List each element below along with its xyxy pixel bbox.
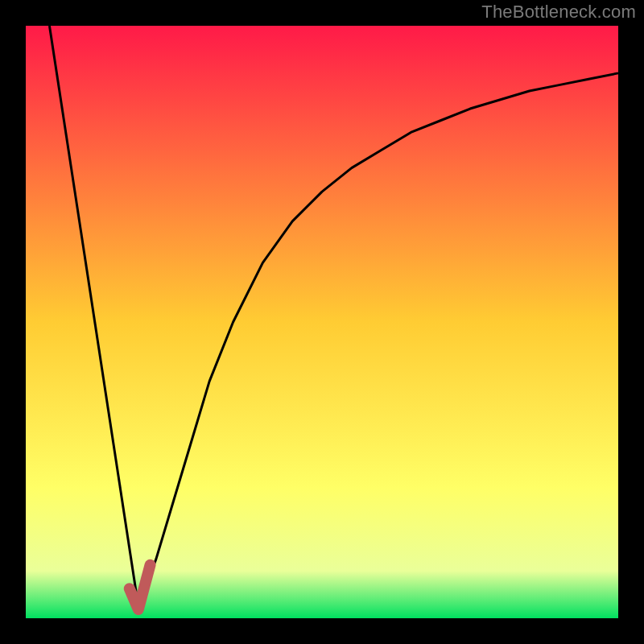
bottleneck-chart: TheBottleneck.com [0, 0, 644, 644]
chart-canvas [0, 0, 644, 644]
svg-rect-1 [26, 26, 618, 618]
watermark-label: TheBottleneck.com [481, 2, 636, 23]
